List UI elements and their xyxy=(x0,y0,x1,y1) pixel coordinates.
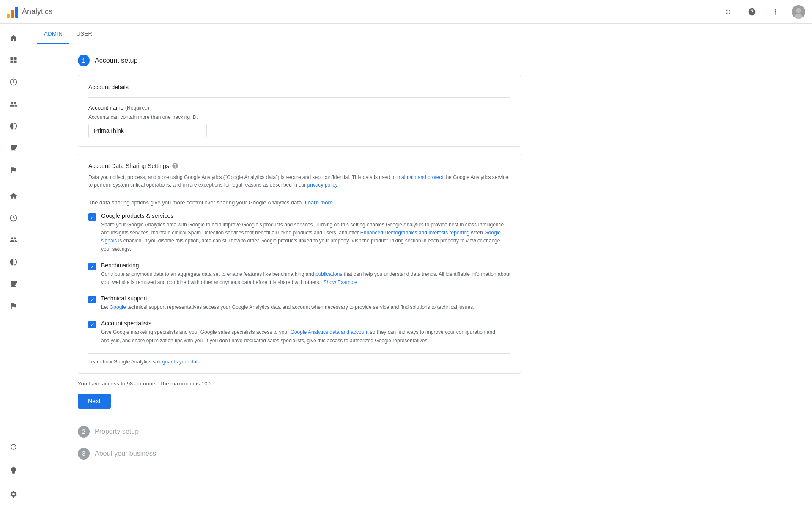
topbar: Analytics xyxy=(0,0,812,24)
account-details-title: Account details xyxy=(88,84,510,91)
sidebar-item-ideas[interactable] xyxy=(3,460,24,481)
svg-rect-0 xyxy=(7,14,10,18)
sidebar-item-audience2[interactable] xyxy=(3,230,24,250)
user-avatar[interactable] xyxy=(792,5,805,19)
publications-link[interactable]: publications xyxy=(315,271,342,277)
maintain-protect-link[interactable]: maintain and protect xyxy=(397,174,443,180)
step3-title: About your business xyxy=(95,450,156,457)
sidebar-item-home2[interactable] xyxy=(3,186,24,206)
checkbox-account-specialists: ✓ Account specialists Give Google market… xyxy=(88,320,510,344)
page-content: 1 Account setup Account details Account … xyxy=(27,44,535,487)
sidebar-item-settings[interactable] xyxy=(3,484,24,504)
grid-icon-button[interactable] xyxy=(721,4,736,19)
more-icon-button[interactable] xyxy=(768,4,783,19)
google-products-title: Google products & services xyxy=(101,212,510,219)
checkbox-technical-support: ✓ Technical support Let Google technical… xyxy=(88,295,510,311)
google-link[interactable]: Google xyxy=(110,304,126,310)
checkbox-benchmarking: ✓ Benchmarking Contribute anonymous data… xyxy=(88,262,510,286)
account-count-text: You have access to 98 accounts. The maxi… xyxy=(78,380,521,387)
main-content: ADMIN USER 1 Account setup Account detai… xyxy=(27,24,812,512)
step2-title: Property setup xyxy=(95,428,139,435)
account-name-label: Account name xyxy=(88,105,123,111)
step1-badge: 1 xyxy=(78,55,90,66)
sidebar-item-behavior2[interactable] xyxy=(3,274,24,294)
data-sharing-header: Account Data Sharing Settings xyxy=(88,162,510,169)
sidebar-item-acquisition2[interactable] xyxy=(3,252,24,272)
step3-badge: 3 xyxy=(78,448,90,460)
sidebar xyxy=(0,24,27,512)
svg-point-4 xyxy=(796,8,801,13)
step3-header: 3 About your business xyxy=(78,448,521,460)
technical-support-checkbox[interactable]: ✓ xyxy=(88,296,96,303)
next-button[interactable]: Next xyxy=(78,394,111,409)
privacy-policy-link[interactable]: privacy policy xyxy=(307,182,337,188)
technical-support-title: Technical support xyxy=(101,295,510,302)
sidebar-item-realtime2[interactable] xyxy=(3,208,24,228)
tabs-bar: ADMIN USER xyxy=(27,24,812,44)
help-circle-icon xyxy=(172,162,178,169)
sidebar-item-audience[interactable] xyxy=(3,94,24,114)
step2-header: 2 Property setup xyxy=(78,426,521,438)
account-specialists-title: Account specialists xyxy=(101,320,510,327)
analytics-data-account-link[interactable]: Google Analytics data and account xyxy=(291,329,369,335)
account-specialists-desc: Give Google marketing specialists and yo… xyxy=(101,328,510,344)
sidebar-divider-1 xyxy=(7,183,20,183)
account-name-required: (Required) xyxy=(125,105,149,111)
sidebar-item-conversions[interactable] xyxy=(3,160,24,180)
app-title: Analytics xyxy=(22,7,52,16)
benchmarking-checkbox[interactable]: ✓ xyxy=(88,263,96,270)
google-products-desc: Share your Google Analytics data with Go… xyxy=(101,221,510,253)
enhanced-demographics-link[interactable]: Enhanced Demographics and Interests repo… xyxy=(360,230,469,236)
sidebar-item-dashboard[interactable] xyxy=(3,50,24,70)
help-icon-button[interactable] xyxy=(744,4,760,19)
data-sharing-description: Data you collect, process, and store usi… xyxy=(88,173,510,194)
top-icons xyxy=(721,4,805,19)
account-details-card: Account details Account name (Required) … xyxy=(78,75,521,147)
safeguard-note: Learn how Google Analytics safeguards yo… xyxy=(88,353,510,365)
learn-more-link[interactable]: Learn more. xyxy=(305,199,335,206)
step2-badge: 2 xyxy=(78,426,90,438)
app-logo: Analytics xyxy=(7,6,52,18)
account-name-input[interactable] xyxy=(88,124,207,138)
account-specialists-checkbox[interactable]: ✓ xyxy=(88,321,96,328)
sidebar-item-behavior[interactable] xyxy=(3,138,24,158)
sidebar-item-refresh[interactable] xyxy=(3,437,24,457)
google-products-checkbox[interactable]: ✓ xyxy=(88,213,96,221)
safeguards-link[interactable]: safeguards your data xyxy=(153,359,200,365)
account-name-hint: Accounts can contain more than one track… xyxy=(88,114,510,120)
svg-rect-2 xyxy=(15,7,18,18)
step1-header: 1 Account setup xyxy=(78,55,521,66)
step1-title: Account setup xyxy=(95,57,137,64)
svg-rect-1 xyxy=(11,10,14,18)
account-name-section: Account name (Required) Accounts can con… xyxy=(88,97,510,138)
sidebar-item-acquisition[interactable] xyxy=(3,116,24,136)
checkbox-google-products: ✓ Google products & services Share your … xyxy=(88,212,510,253)
sidebar-item-home[interactable] xyxy=(3,28,24,48)
account-name-label-row: Account name (Required) xyxy=(88,105,510,113)
data-sharing-title: Account Data Sharing Settings xyxy=(88,162,169,169)
tab-admin[interactable]: ADMIN xyxy=(37,24,69,44)
sidebar-bottom xyxy=(3,436,24,509)
analytics-logo-icon xyxy=(7,6,19,18)
show-example-link[interactable]: Show Example xyxy=(324,279,357,285)
technical-support-desc: Let Google technical support representat… xyxy=(101,303,510,311)
sidebar-item-realtime[interactable] xyxy=(3,72,24,92)
sidebar-item-conversions2[interactable] xyxy=(3,296,24,316)
benchmarking-desc: Contribute anonymous data to an aggregat… xyxy=(101,270,510,286)
tab-user[interactable]: USER xyxy=(69,24,99,44)
sharing-intro: The data sharing options give you more c… xyxy=(88,199,510,206)
data-sharing-card: Account Data Sharing Settings Data you c… xyxy=(78,154,521,374)
benchmarking-title: Benchmarking xyxy=(101,262,510,269)
